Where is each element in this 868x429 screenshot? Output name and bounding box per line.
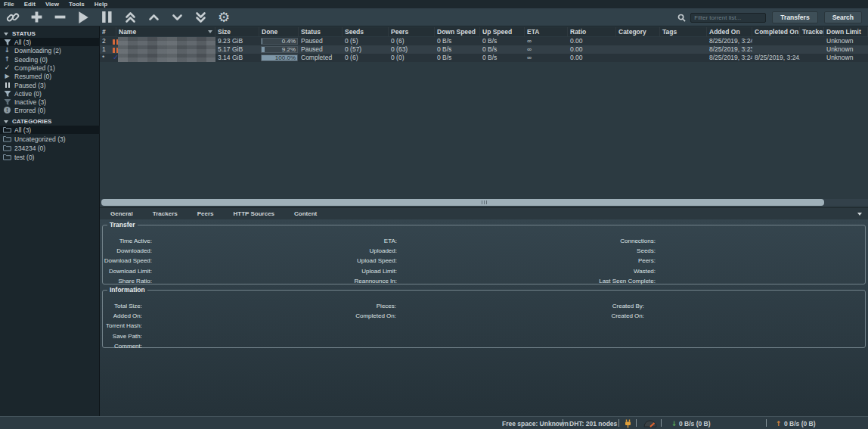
label-download-limit: Download Limit: <box>103 266 152 276</box>
tab-trackers[interactable]: Trackers <box>153 210 178 217</box>
sidebar-item-resumed[interactable]: ▶ Resumed (0) <box>0 72 100 80</box>
horizontal-scrollbar-track[interactable] <box>101 199 868 206</box>
col-down-limit[interactable]: Down Limit <box>824 27 868 36</box>
separator <box>618 419 619 427</box>
sidebar-category-234234[interactable]: 234234 (0) <box>0 144 100 152</box>
filter-torrent-input[interactable] <box>690 13 766 23</box>
cell-down-limit: Unknown <box>824 37 868 45</box>
add-icon[interactable] <box>28 10 45 25</box>
transfer-group: Transfer Time Active: Downloaded: Downlo… <box>102 221 866 284</box>
col-peers[interactable]: Peers <box>389 27 435 36</box>
label-created-on: Created On: <box>534 311 644 321</box>
col-up-speed[interactable]: Up Speed <box>480 27 525 36</box>
cell-down-limit: Unknown <box>824 45 868 54</box>
torrent-table: # Name Size Done Status Seeds Peers Down… <box>100 26 868 210</box>
pause-icon[interactable] <box>98 10 115 25</box>
sidebar-item-inactive[interactable]: Inactive (3) <box>0 98 100 106</box>
col-down-speed[interactable]: Down Speed <box>435 27 480 36</box>
col-done[interactable]: Done <box>259 27 299 36</box>
cell-completed-on: 8/25/2019, 3:24... <box>752 54 800 62</box>
col-tags[interactable]: Tags <box>660 27 707 36</box>
dht-nodes-label: DHT: 201 nodes <box>569 420 617 427</box>
torrent-name-redacted <box>118 45 215 54</box>
cell-up-speed: 0 B/s <box>480 37 525 45</box>
tab-general[interactable]: General <box>110 210 133 217</box>
col-completed-on[interactable]: Completed On <box>752 27 800 36</box>
tab-http-sources[interactable]: HTTP Sources <box>234 210 275 217</box>
cell-ratio: 0.00 <box>568 45 616 54</box>
tab-content[interactable]: Content <box>294 210 317 217</box>
tab-transfers[interactable]: Transfers <box>772 11 817 23</box>
label-downloaded: Downloaded: <box>103 246 152 256</box>
move-down-icon[interactable] <box>169 10 185 25</box>
collapse-icon <box>4 120 8 123</box>
resume-icon[interactable] <box>75 10 91 25</box>
transfer-col1: Time Active: Downloaded: Download Speed:… <box>103 236 152 286</box>
col-number[interactable]: # <box>100 27 116 36</box>
sidebar: STATUS All (3) ↓ Downloading (2) ↑ Seedi… <box>0 26 100 416</box>
col-seeds[interactable]: Seeds <box>343 27 389 36</box>
link-icon[interactable] <box>5 10 21 25</box>
torrent-name-redacted <box>118 54 215 62</box>
separator <box>563 419 563 427</box>
menu-file[interactable]: File <box>4 1 14 8</box>
filter-icon <box>3 39 11 46</box>
status-section-header[interactable]: STATUS <box>0 30 100 38</box>
sidebar-item-active[interactable]: Active (0) <box>0 89 100 98</box>
move-bottom-icon[interactable] <box>192 10 209 25</box>
cell-down-limit: Unknown <box>824 54 868 62</box>
sidebar-item-completed[interactable]: ✓ Completed (1) <box>0 64 100 72</box>
move-top-icon[interactable] <box>122 10 138 25</box>
connection-status-icon[interactable] <box>625 419 631 428</box>
tab-overflow-caret-icon[interactable] <box>857 213 862 216</box>
sidebar-category-uncategorized[interactable]: Uncategorized (3) <box>0 135 100 143</box>
col-status[interactable]: Status <box>299 27 343 36</box>
label-completed-on: Completed On: <box>284 311 396 321</box>
table-row[interactable]: 1 5.17 GiB 9.2% Paused 0 (57) 0 (63) 0 B… <box>100 45 868 54</box>
label-torrent-hash: Torrent Hash: <box>103 321 142 331</box>
tab-search[interactable]: Search <box>824 11 862 23</box>
col-ratio[interactable]: Ratio <box>568 27 616 36</box>
categories-section-header[interactable]: CATEGORIES <box>0 117 100 126</box>
tab-peers[interactable]: Peers <box>197 210 214 217</box>
horizontal-scrollbar-thumb[interactable] <box>101 199 824 206</box>
menu-edit[interactable]: Edit <box>24 1 36 8</box>
remove-icon[interactable] <box>51 10 68 25</box>
sidebar-item-errored[interactable]: ! Errored (0) <box>0 106 100 114</box>
col-eta[interactable]: ETA <box>525 27 568 36</box>
qbittorrent-window: File Edit View Tools Help <box>0 0 868 429</box>
move-up-icon[interactable] <box>145 10 162 25</box>
torrent-name-redacted <box>118 37 215 45</box>
sidebar-item-all[interactable]: All (3) <box>0 38 100 46</box>
table-header: # Name Size Done Status Seeds Peers Down… <box>100 27 868 36</box>
sidebar-category-test[interactable]: test (0) <box>0 153 100 161</box>
table-row[interactable]: * ✓ 3.14 GiB 100.0% Completed 0 (6) 0 (0… <box>100 54 868 62</box>
sidebar-item-paused[interactable]: Paused (3) <box>0 81 100 89</box>
menu-view[interactable]: View <box>45 1 59 8</box>
label-reannounce-in: Reannounce In: <box>284 276 397 286</box>
cell-down-speed: 0 B/s <box>435 37 480 45</box>
folder-icon <box>3 126 11 133</box>
label-last-seen-complete: Last Seen Complete: <box>543 276 656 286</box>
col-size[interactable]: Size <box>215 27 259 36</box>
cell-status: Paused <box>299 37 343 45</box>
table-row[interactable]: 2 9.23 GiB 0.4% Paused 0 (5) 0 (6) 0 B/s… <box>100 37 868 45</box>
information-col2: Pieces: Completed On: <box>284 301 396 321</box>
total-down-speed: 0 B/s (0 B) <box>679 420 711 427</box>
speed-gauge-icon[interactable] <box>643 419 657 427</box>
sidebar-item-downloading[interactable]: ↓ Downloading (2) <box>0 46 100 54</box>
cell-status: Paused <box>299 45 343 54</box>
menu-help[interactable]: Help <box>95 1 107 8</box>
col-name[interactable]: Name <box>116 27 215 36</box>
options-gear-icon[interactable]: ⚙ <box>215 10 232 25</box>
scrollbar-grip-icon <box>482 201 488 204</box>
separator <box>636 419 637 427</box>
col-category[interactable]: Category <box>616 27 660 36</box>
separator <box>661 419 662 427</box>
free-space-label: Free space: Unknown <box>502 420 569 427</box>
menu-tools[interactable]: Tools <box>69 1 85 8</box>
sidebar-category-all[interactable]: All (3) <box>0 126 100 134</box>
col-added-on[interactable]: Added On <box>707 27 752 36</box>
sidebar-item-seeding[interactable]: ↑ Seeding (0) <box>0 55 100 64</box>
col-tracker[interactable]: Tracker <box>800 27 824 36</box>
